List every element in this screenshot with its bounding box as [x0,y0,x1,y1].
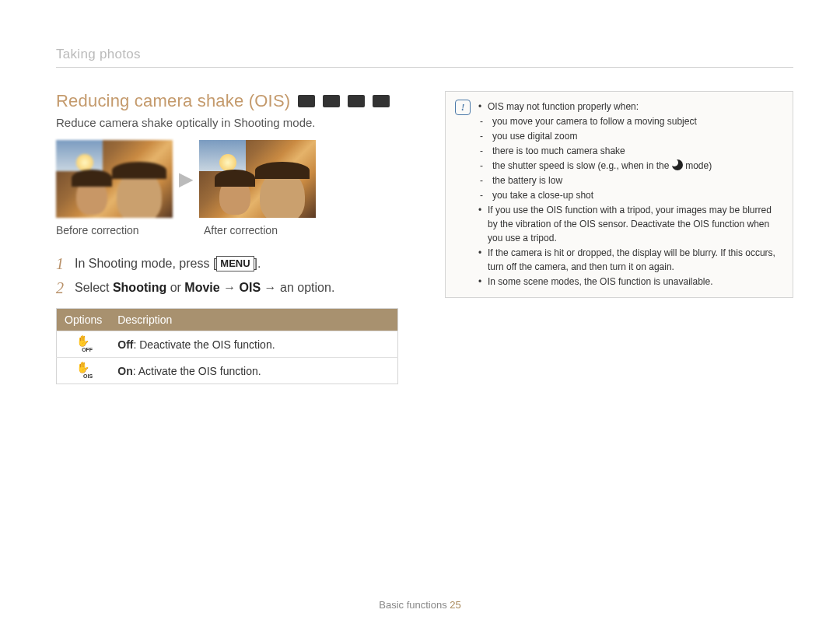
caption-before: Before correction [56,224,173,236]
description-header: Description [110,309,397,331]
photo-after [199,140,316,218]
subtitle: Reduce camera shake optically in Shootin… [56,116,398,129]
table-row: OIS On: Activate the OIS function. [57,358,398,384]
options-header: Options [57,309,110,331]
note-bullet: If you use the OIS function with a tripo… [478,203,783,245]
movie-mode-icon [348,95,365,107]
menu-button-label: MENU [216,256,254,271]
program-mode-icon [298,95,315,107]
note-condition: you move your camera to follow a moving … [478,114,783,128]
photo-before [56,140,173,218]
caption-after: After correction [204,224,320,236]
note-bullet: In some scene modes, the OIS function is… [478,275,783,289]
left-column: Reducing camera shake (OIS) Reduce camer… [56,91,398,384]
note-icon: ! [455,100,471,115]
step-1: 1 In Shooting mode, press [MENU]. [56,255,398,273]
night-mode-icon [672,159,683,170]
page-heading: Reducing camera shake (OIS) [56,91,290,111]
note-condition: the battery is low [478,173,783,187]
note-condition: there is too much camera shake [478,144,783,158]
arrow-icon: ▶ [179,168,193,190]
options-table: Options Description OFF Off: Deactivate … [56,308,398,384]
step-2: 2 Select Shooting or Movie → OIS → an op… [56,279,398,297]
note-condition: the shutter speed is slow (e.g., when in… [478,159,783,173]
step-number: 1 [56,255,67,273]
smart-mode-icon [373,95,390,107]
note-condition: you take a close-up shot [478,188,783,202]
ois-off-icon: OFF [75,336,92,350]
right-column: ! OIS may not function properly when: yo… [445,91,793,384]
section-label: Taking photos [56,47,793,68]
note-condition: you use digital zoom [478,129,783,143]
note-intro: OIS may not function properly when: [478,100,783,114]
note-box: ! OIS may not function properly when: yo… [445,91,793,298]
step-number: 2 [56,279,67,297]
scene-mode-icon [323,95,340,107]
note-bullet: If the camera is hit or dropped, the dis… [478,246,783,274]
page-footer: Basic functions 25 [0,599,840,611]
table-row: OFF Off: Deactivate the OIS function. [57,331,398,358]
ois-on-icon: OIS [75,363,92,377]
